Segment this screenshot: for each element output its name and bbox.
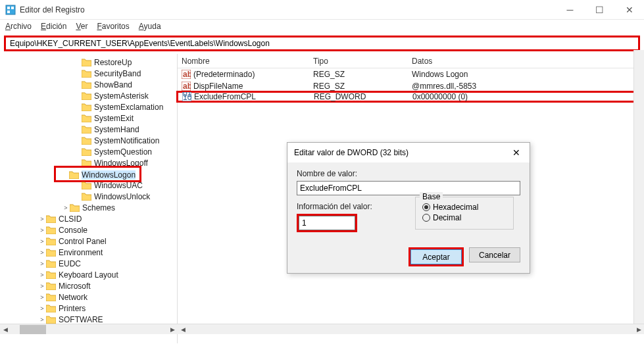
- folder-icon: [46, 260, 56, 268]
- folder-icon: [82, 193, 91, 201]
- folder-icon: [82, 59, 91, 66]
- tree-item[interactable]: >Schemes: [0, 202, 177, 213]
- tree-item[interactable]: WindowsUnlock: [0, 191, 177, 202]
- menu-ayuda[interactable]: Ayuda: [139, 22, 161, 31]
- chevron-icon[interactable]: >: [62, 205, 70, 211]
- tree-item-label: EUDC: [59, 259, 81, 268]
- tree-item[interactable]: >Control Panel: [0, 235, 177, 247]
- tree-item[interactable]: >Network: [0, 291, 177, 303]
- list-scrollbar-v[interactable]: [633, 50, 644, 324]
- tree-item-label: Environment: [59, 248, 103, 257]
- menu-favoritos[interactable]: Favoritos: [97, 22, 129, 31]
- folder-icon: [46, 271, 56, 279]
- column-name[interactable]: Nombre: [178, 57, 309, 66]
- chevron-icon[interactable]: >: [38, 216, 46, 222]
- cancel-button[interactable]: Cancelar: [469, 247, 520, 262]
- name-label: Nombre de valor:: [297, 169, 520, 178]
- chevron-icon[interactable]: >: [38, 227, 46, 234]
- value-input[interactable]: [299, 216, 355, 230]
- folder-icon: [82, 103, 91, 111]
- radio-dec-input[interactable]: [422, 214, 430, 222]
- tree-item-label: ShowBand: [94, 80, 132, 89]
- tree-item-label: SystemQuestion: [94, 147, 152, 157]
- scroll-left-icon[interactable]: ◀: [178, 324, 188, 335]
- chevron-icon[interactable]: >: [38, 260, 46, 267]
- address-input[interactable]: [10, 39, 634, 48]
- dialog-title-text: Editar valor de DWORD (32 bits): [294, 148, 409, 157]
- radio-dec[interactable]: Decimal: [422, 213, 507, 222]
- tree-item[interactable]: SystemHand: [0, 124, 177, 135]
- folder-icon: [46, 305, 56, 312]
- tree-item[interactable]: SystemAsterisk: [0, 90, 177, 101]
- tree-item-label: WindowsLogon: [82, 170, 136, 180]
- tree-item[interactable]: RestoreUp: [0, 57, 177, 68]
- column-type[interactable]: Tipo: [309, 57, 408, 66]
- folder-icon: [82, 182, 91, 189]
- tree-item[interactable]: WindowsUAC: [0, 180, 177, 191]
- tree-item-label: SystemExit: [94, 114, 134, 123]
- svg-text:ab: ab: [183, 82, 191, 91]
- tree-item[interactable]: >Printers: [0, 303, 177, 314]
- close-button[interactable]: ✕: [614, 0, 644, 20]
- radio-hex-input[interactable]: [422, 203, 430, 211]
- scroll-right-icon[interactable]: ▶: [167, 324, 178, 335]
- menubar: Archivo Edición Ver Favoritos Ayuda: [0, 20, 644, 33]
- tree-item[interactable]: SecurityBand: [0, 68, 177, 79]
- list-row[interactable]: 01101001ExcludeFromCPLREG_DWORD0x0000000…: [176, 91, 644, 103]
- chevron-icon[interactable]: >: [38, 316, 46, 323]
- folder-icon: [46, 282, 56, 290]
- folder-icon: [69, 171, 79, 179]
- tree-item[interactable]: >EUDC: [0, 258, 177, 269]
- tree-item[interactable]: >Microsoft: [0, 280, 177, 291]
- maximize-button[interactable]: ☐: [585, 0, 614, 20]
- cell-data: Windows Logon: [408, 70, 644, 79]
- column-data[interactable]: Datos: [408, 57, 644, 66]
- tree-item[interactable]: >Console: [0, 224, 177, 235]
- tree-item-label: SystemNotification: [94, 136, 159, 145]
- radio-dec-label: Decimal: [433, 213, 461, 222]
- window-title: Editor del Registro: [20, 5, 639, 14]
- tree-item[interactable]: SystemQuestion: [0, 146, 177, 157]
- list-row[interactable]: ab(Predeterminado)REG_SZWindows Logon: [178, 68, 644, 80]
- tree-item-label: SOFTWARE: [59, 315, 103, 324]
- menu-archivo[interactable]: Archivo: [5, 22, 32, 31]
- tree-item-label: Printers: [59, 304, 86, 313]
- folder-icon: [70, 204, 80, 212]
- tree-item[interactable]: >CLSID: [0, 213, 177, 224]
- folder-icon: [82, 92, 91, 100]
- scroll-left-icon[interactable]: ◀: [0, 324, 11, 335]
- menu-edicion[interactable]: Edición: [41, 22, 66, 31]
- chevron-icon[interactable]: >: [38, 283, 46, 289]
- folder-icon: [82, 114, 91, 122]
- list-scrollbar-h[interactable]: ◀ ▶: [178, 324, 644, 334]
- tree-item-label: SystemAsterisk: [94, 91, 149, 101]
- tree-item[interactable]: >Environment: [0, 247, 177, 258]
- tree-item[interactable]: SystemNotification: [0, 135, 177, 146]
- tree-item[interactable]: SystemExclamation: [0, 101, 177, 112]
- chevron-icon[interactable]: >: [38, 238, 46, 245]
- tree-item[interactable]: SystemExit: [0, 112, 177, 124]
- scroll-thumb[interactable]: [20, 325, 46, 334]
- ok-button[interactable]: Aceptar: [410, 249, 462, 264]
- tree-item[interactable]: WindowsLogon: [0, 168, 177, 180]
- chevron-icon[interactable]: >: [38, 305, 46, 312]
- name-input[interactable]: [297, 181, 520, 195]
- chevron-icon[interactable]: >: [38, 294, 46, 301]
- dialog-close-button[interactable]: ✕: [503, 143, 530, 162]
- tree-item[interactable]: ShowBand: [0, 79, 177, 90]
- folder-icon: [82, 81, 91, 89]
- scroll-right-icon[interactable]: ▶: [633, 324, 644, 335]
- tree-item-label: Network: [59, 293, 87, 302]
- list-row[interactable]: abDispFileNameREG_SZ@mmres.dll,-5853: [178, 80, 644, 92]
- tree-scrollbar-h[interactable]: ◀ ▶: [0, 324, 178, 334]
- chevron-icon[interactable]: >: [38, 249, 46, 256]
- cell-name: ab(Predeterminado): [178, 70, 309, 80]
- minimize-button[interactable]: ─: [555, 0, 585, 20]
- menu-ver[interactable]: Ver: [76, 22, 87, 31]
- chevron-icon[interactable]: >: [38, 272, 46, 278]
- radio-hex[interactable]: Hexadecimal: [422, 203, 507, 212]
- svg-rect-1: [7, 7, 10, 9]
- tree-item[interactable]: >Keyboard Layout: [0, 269, 177, 280]
- svg-text:ab: ab: [183, 70, 191, 79]
- dialog-titlebar: Editar valor de DWORD (32 bits) ✕: [287, 143, 530, 162]
